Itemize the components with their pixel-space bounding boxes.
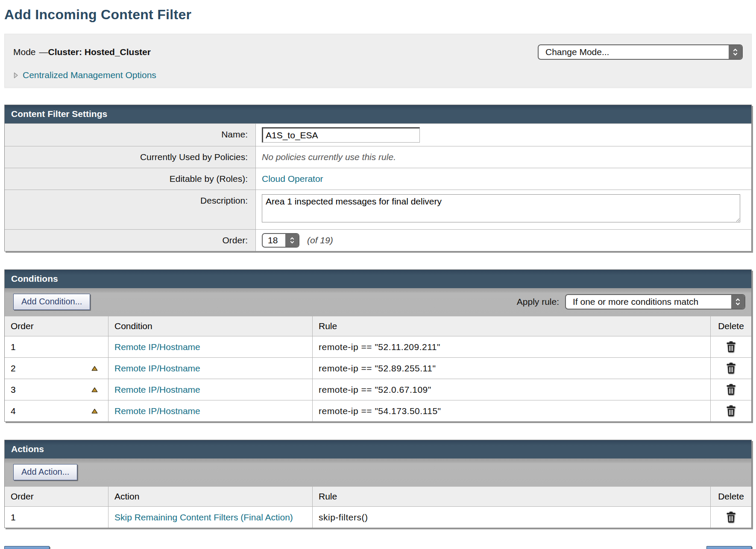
used-by-policies-value: No policies currently use this rule.	[262, 152, 396, 162]
condition-row: 2 Remote IP/Hostname remote-ip == "52.89…	[5, 357, 751, 379]
column-header-delete: Delete	[711, 316, 751, 336]
column-header-delete: Delete	[711, 487, 751, 506]
cloud-operator-link[interactable]: Cloud Operator	[262, 174, 323, 184]
mode-panel: Mode—Cluster: Hosted_Cluster Change Mode…	[4, 34, 752, 88]
mode-text: Mode—Cluster: Hosted_Cluster	[13, 47, 151, 57]
condition-link[interactable]: Remote IP/Hostname	[114, 406, 200, 416]
column-header-order: Order	[5, 487, 108, 506]
column-header-condition: Condition	[108, 316, 313, 336]
condition-row: 1 Remote IP/Hostname remote-ip == "52.11…	[5, 336, 751, 357]
footer-bar: Cancel Submit	[4, 546, 752, 549]
description-label: Description:	[5, 190, 256, 229]
actions-toolbar: Add Action...	[5, 458, 751, 487]
select-stepper-icon	[285, 234, 299, 247]
action-order: 1	[11, 512, 16, 523]
column-header-order: Order	[5, 316, 108, 336]
name-input[interactable]	[262, 127, 420, 143]
editable-by-roles-row: Editable by (Roles): Cloud Operator	[5, 168, 751, 190]
action-rule: skip-filters()	[319, 512, 368, 523]
condition-row: 4 Remote IP/Hostname remote-ip == "54.17…	[5, 400, 751, 421]
column-header-action: Action	[108, 487, 313, 506]
cancel-button[interactable]: Cancel	[4, 546, 50, 549]
disclosure-triangle-icon[interactable]	[13, 72, 18, 79]
column-header-rule: Rule	[313, 487, 711, 506]
move-up-icon[interactable]	[91, 409, 98, 414]
action-row: 1 Skip Remaining Content Filters (Final …	[5, 506, 751, 528]
editable-by-roles-label: Editable by (Roles):	[5, 168, 256, 190]
actions-section: Actions Add Action... Order Action Rule …	[4, 440, 752, 528]
name-label: Name:	[5, 124, 256, 146]
add-action-button[interactable]: Add Action...	[13, 464, 77, 480]
conditions-header: Conditions	[5, 270, 751, 288]
condition-link[interactable]: Remote IP/Hostname	[114, 342, 200, 352]
condition-link[interactable]: Remote IP/Hostname	[114, 363, 200, 374]
actions-column-headers: Order Action Rule Delete	[5, 487, 751, 506]
move-up-icon[interactable]	[91, 387, 98, 392]
conditions-column-headers: Order Condition Rule Delete	[5, 316, 751, 336]
description-row: Description: Area 1 inspected messages f…	[5, 190, 751, 229]
select-stepper-icon	[729, 45, 742, 59]
add-condition-button[interactable]: Add Condition...	[13, 294, 90, 310]
content-filter-settings-section: Content Filter Settings Name: Currently …	[4, 105, 752, 251]
condition-order: 2	[11, 363, 16, 374]
trash-icon[interactable]	[726, 341, 736, 353]
condition-row: 3 Remote IP/Hostname remote-ip == "52.0.…	[5, 379, 751, 400]
name-row: Name:	[5, 123, 751, 146]
select-stepper-icon	[731, 295, 744, 309]
mode-label: Mode	[13, 47, 36, 57]
actions-header: Actions	[5, 440, 751, 458]
mode-dash: —	[39, 47, 48, 57]
condition-rule: remote-ip == "52.0.67.109"	[319, 385, 431, 395]
trash-icon[interactable]	[726, 405, 736, 417]
apply-rule-select[interactable]: If one or more conditions match	[565, 294, 745, 310]
move-up-icon[interactable]	[91, 366, 98, 371]
description-textarea[interactable]: Area 1 inspected messages for final deli…	[262, 194, 740, 222]
change-mode-select[interactable]: Change Mode...	[538, 44, 743, 60]
apply-rule-select-value: If one or more conditions match	[566, 295, 731, 309]
mode-value: Cluster: Hosted_Cluster	[48, 47, 151, 57]
condition-link[interactable]: Remote IP/Hostname	[114, 385, 200, 395]
condition-order: 1	[11, 342, 16, 352]
trash-icon[interactable]	[726, 362, 736, 374]
condition-rule: remote-ip == "54.173.50.115"	[319, 406, 441, 416]
condition-rule: remote-ip == "52.89.255.11"	[319, 363, 436, 374]
conditions-toolbar: Add Condition... Apply rule: If one or m…	[5, 288, 751, 316]
page-title: Add Incoming Content Filter	[4, 7, 752, 23]
order-select-value: 18	[263, 234, 285, 247]
used-by-policies-row: Currently Used by Policies: No policies …	[5, 146, 751, 168]
order-label: Order:	[5, 230, 256, 251]
content-filter-settings-header: Content Filter Settings	[5, 105, 751, 123]
order-select[interactable]: 18	[262, 233, 299, 248]
change-mode-select-value: Change Mode...	[539, 45, 729, 59]
condition-rule: remote-ip == "52.11.209.211"	[319, 342, 440, 352]
condition-order: 4	[11, 406, 16, 416]
trash-icon[interactable]	[726, 384, 736, 395]
column-header-rule: Rule	[313, 316, 711, 336]
order-total: (of 19)	[307, 235, 333, 245]
condition-order: 3	[11, 385, 16, 395]
trash-icon[interactable]	[726, 511, 736, 523]
apply-rule-label: Apply rule:	[517, 297, 559, 307]
conditions-section: Conditions Add Condition... Apply rule: …	[4, 269, 752, 422]
page-container: Add Incoming Content Filter Mode—Cluster…	[4, 7, 752, 549]
action-link[interactable]: Skip Remaining Content Filters (Final Ac…	[114, 512, 293, 523]
submit-button[interactable]: Submit	[706, 546, 752, 549]
centralized-management-options-link[interactable]: Centralized Management Options	[23, 70, 156, 80]
used-by-policies-label: Currently Used by Policies:	[5, 146, 256, 168]
order-row: Order: 18 (of 19)	[5, 229, 751, 251]
